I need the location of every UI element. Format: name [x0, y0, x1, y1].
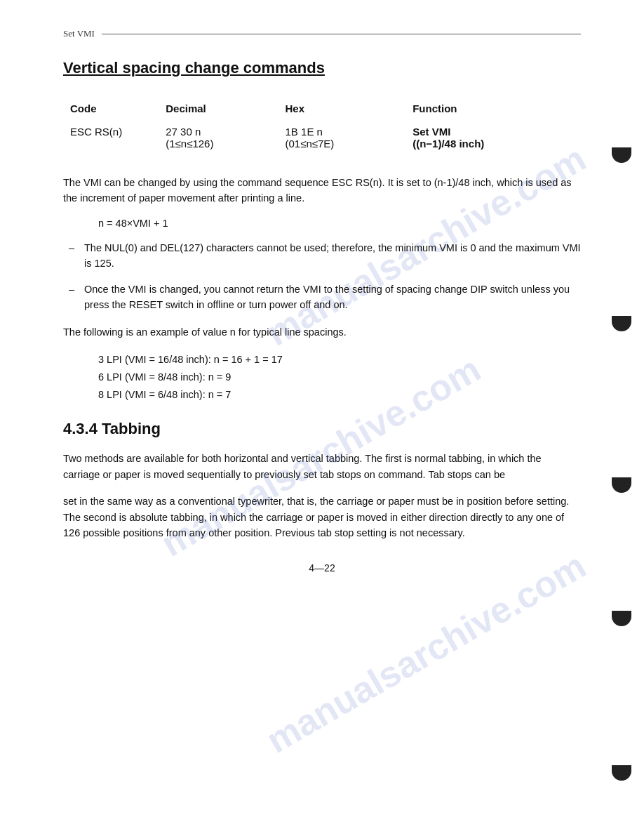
bullet-item-2: Once the VMI is changed, you cannot retu… [63, 282, 581, 313]
tab-marker-4 [612, 611, 631, 626]
function-line1: Set VMI [412, 126, 450, 138]
cell-decimal: 27 30 n (1≤n≤126) [159, 121, 278, 154]
formula: n = 48×VMI + 1 [98, 218, 581, 229]
example-block: 3 LPI (VMI = 16/48 inch): n = 16 + 1 = 1… [98, 351, 581, 403]
function-line2: ((n−1)/48 inch) [412, 138, 484, 150]
col-header-code: Code [63, 98, 159, 121]
col-header-function: Function [405, 98, 581, 121]
example-line-1: 3 LPI (VMI = 16/48 inch): n = 16 + 1 = 1… [98, 351, 581, 369]
command-table: Code Decimal Hex Function ESC RS(n) 27 3… [63, 98, 581, 154]
example-line-2: 6 LPI (VMI = 8/48 inch): n = 9 [98, 369, 581, 386]
cell-code: ESC RS(n) [63, 121, 159, 154]
bullet-item-1: The NUL(0) and DEL(127) characters canno… [63, 240, 581, 272]
col-header-hex: Hex [279, 98, 406, 121]
hex-line2: (01≤n≤7E) [286, 138, 335, 150]
decimal-line1: 27 30 n [166, 126, 201, 138]
section-title: Vertical spacing change commands [63, 59, 581, 77]
subsection-title: 4.3.4 Tabbing [63, 420, 581, 438]
bullet-list: The NUL(0) and DEL(127) characters canno… [63, 240, 581, 313]
subsection-paragraph-2: set in the same way as a conventional ty… [63, 494, 581, 541]
example-line-3: 8 LPI (VMI = 6/48 inch): n = 7 [98, 386, 581, 404]
table-row: ESC RS(n) 27 30 n (1≤n≤126) 1B 1E n (01≤… [63, 121, 581, 154]
watermark-3: manualsarchive.com [259, 544, 593, 761]
example-intro: The following is an example of value n f… [63, 324, 581, 340]
cell-function: Set VMI ((n−1)/48 inch) [405, 121, 581, 154]
col-header-decimal: Decimal [159, 98, 278, 121]
tab-marker-1 [612, 147, 631, 163]
header-label: Set VMI [63, 28, 95, 39]
cell-hex: 1B 1E n (01≤n≤7E) [279, 121, 406, 154]
page-header: Set VMI [63, 28, 581, 39]
header-rule [102, 34, 581, 34]
page-number: 4—22 [63, 562, 581, 574]
subsection-paragraph-1: Two methods are available for both horiz… [63, 451, 581, 482]
tab-marker-5 [612, 765, 631, 781]
hex-line1: 1B 1E n [286, 126, 323, 138]
body-paragraph-1: The VMI can be changed by using the comm… [63, 175, 581, 206]
tab-marker-2 [612, 316, 631, 331]
decimal-line2: (1≤n≤126) [166, 138, 213, 150]
tab-marker-3 [612, 477, 631, 493]
page: manualsarchive.com manualsarchive.com ma… [0, 0, 644, 834]
